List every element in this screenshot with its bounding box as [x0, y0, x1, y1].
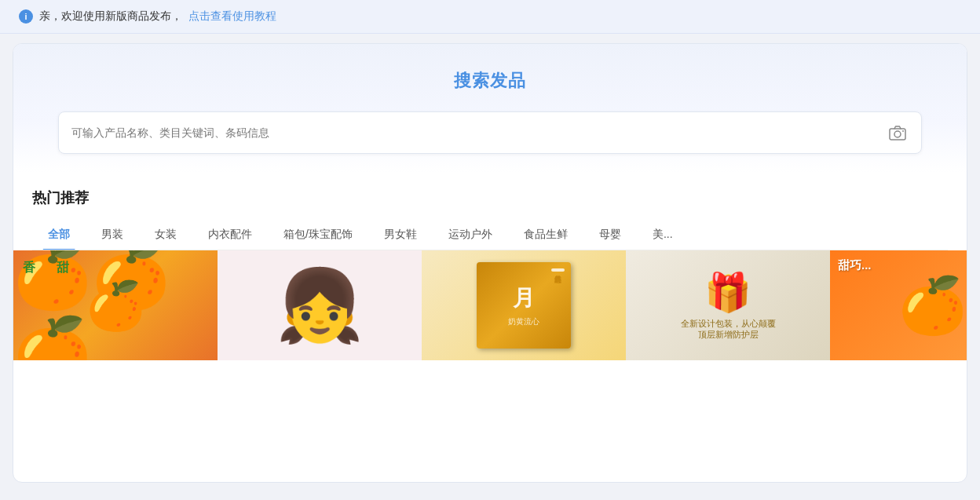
search-input[interactable] — [71, 126, 887, 139]
notification-bar: i 亲，欢迎使用新版商品发布， 点击查看使用教程 — [0, 0, 980, 34]
tab-bags-jewelry[interactable]: 箱包/珠宝配饰 — [268, 220, 368, 250]
search-title: 搜索发品 — [32, 69, 948, 93]
clothing-image: 👧 — [276, 270, 364, 341]
camera-icon[interactable] — [887, 122, 909, 144]
svg-point-2 — [902, 130, 904, 132]
tab-beauty[interactable]: 美... — [637, 220, 689, 250]
search-bar-wrapper — [58, 111, 922, 154]
tab-mens-clothing[interactable]: 男装 — [86, 220, 139, 250]
category-tabs: 全部 男装 女装 内衣配件 箱包/珠宝配饰 男女鞋 运动户外 食品生鲜 母婴 美… — [32, 220, 948, 250]
notification-message: 亲，欢迎使用新版商品发布， — [39, 9, 182, 24]
mooncake-image: 流心奶黄月饼 — [477, 262, 571, 349]
tab-underwear-accessories[interactable]: 内衣配件 — [192, 220, 268, 250]
tab-womens-clothing[interactable]: 女装 — [139, 220, 192, 250]
product-card-mooncake[interactable]: 流心奶黄月饼 — [422, 250, 626, 360]
mooncake-side-label: 流心奶黄月饼 — [551, 268, 565, 272]
search-section: 搜索发品 — [13, 44, 967, 173]
tutorial-link[interactable]: 点击查看使用教程 — [188, 9, 276, 24]
product-card-clothing[interactable]: 👧 — [218, 250, 422, 360]
tab-sports-outdoor[interactable]: 运动户外 — [433, 220, 508, 250]
section-title: 热门推荐 — [32, 188, 948, 207]
main-container: 搜索发品 热门推荐 全部 男装 女装 内衣配件 箱包/珠宝配饰 男女鞋 运动户 — [13, 43, 967, 483]
product-card-fruit[interactable]: 香 甜 🍊🍊🍊 — [13, 250, 218, 360]
tab-food-fresh[interactable]: 食品生鲜 — [508, 220, 583, 250]
food-image: 🎁 — [704, 271, 751, 315]
product-label-1: 香 甜 — [23, 260, 69, 276]
svg-point-1 — [894, 131, 901, 137]
info-icon: i — [19, 9, 33, 24]
tab-all[interactable]: 全部 — [32, 220, 86, 250]
product-grid: 香 甜 🍊🍊🍊 👧 流心奶黄月饼 🎁 全新设计包装，从心颠覆顶层新增防护层 甜巧… — [13, 250, 967, 360]
tab-maternity-baby[interactable]: 母婴 — [583, 220, 637, 250]
product-card-sweets[interactable]: 甜巧... 🍊 — [830, 250, 967, 360]
sweets-label: 甜巧... — [838, 258, 872, 273]
product-card-food[interactable]: 🎁 全新设计包装，从心颠覆顶层新增防护层 — [626, 250, 830, 360]
sweets-image: 🍊 — [898, 273, 967, 338]
food-label: 全新设计包装，从心颠覆顶层新增防护层 — [681, 318, 776, 341]
tab-shoes[interactable]: 男女鞋 — [368, 220, 433, 250]
recommendations-section: 热门推荐 全部 男装 女装 内衣配件 箱包/珠宝配饰 男女鞋 运动户外 食品生鲜… — [13, 173, 967, 250]
